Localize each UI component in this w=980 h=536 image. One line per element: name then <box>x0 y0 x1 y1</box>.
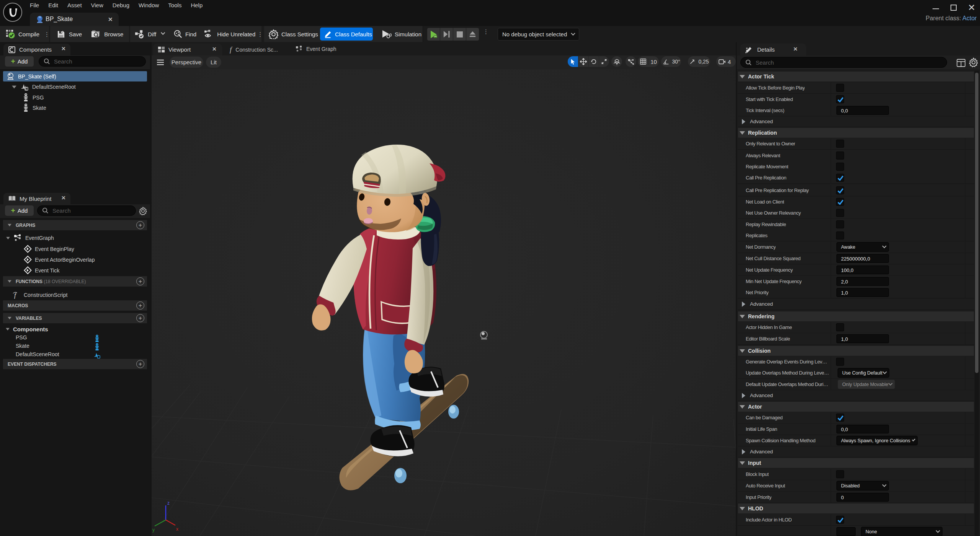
svg-text:y: y <box>152 527 155 533</box>
svg-text:z: z <box>167 500 170 506</box>
svg-text:x: x <box>176 526 178 532</box>
